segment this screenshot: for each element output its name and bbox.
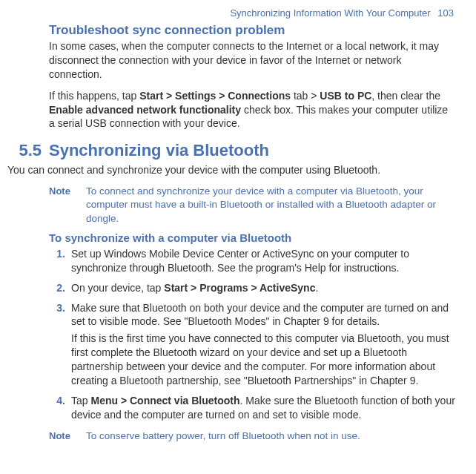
- troubleshoot-p2: If this happens, tap Start > Settings > …: [49, 89, 455, 131]
- header-title: Synchronizing Information With Your Comp…: [230, 7, 430, 19]
- text-fragment: tab >: [291, 90, 320, 102]
- steps-list: 1. Set up Windows Mobile Device Center o…: [49, 247, 455, 425]
- text-fragment: Tap: [71, 395, 90, 406]
- document-page: Synchronizing Information With Your Comp…: [0, 0, 476, 455]
- step-text: On your device, tap Start > Programs > A…: [71, 281, 455, 295]
- step-text: Tap Menu > Connect via Bluetooth. Make s…: [71, 394, 455, 422]
- list-item: 2. On your device, tap Start > Programs …: [49, 281, 455, 298]
- step-number: 4.: [49, 394, 65, 425]
- step-number: 2.: [49, 281, 65, 298]
- running-header: Synchronizing Information With Your Comp…: [7, 7, 455, 19]
- step-text: Make sure that Bluetooth on both your de…: [71, 301, 455, 329]
- section-number: 5.5: [7, 141, 42, 160]
- text-fragment: .: [315, 282, 318, 294]
- ui-path: Start > Programs > ActiveSync: [164, 282, 315, 294]
- page-number: 103: [437, 7, 454, 19]
- step-body: Make sure that Bluetooth on both your de…: [71, 301, 455, 391]
- section-intro: You can connect and synchronize your dev…: [7, 163, 455, 177]
- note-block: Note To conserve battery power, turn off…: [49, 429, 455, 443]
- section-heading-row: 5.5 Synchronizing via Bluetooth: [7, 141, 455, 160]
- troubleshoot-p1: In some cases, when the computer connect…: [49, 39, 455, 82]
- text-fragment: If this happens, tap: [49, 90, 139, 102]
- procedure-heading: To synchronize with a computer via Bluet…: [49, 231, 455, 244]
- note-label: Note: [49, 429, 86, 443]
- note-label: Note: [49, 185, 86, 226]
- text-fragment: , then clear the: [371, 90, 440, 102]
- list-item: 1. Set up Windows Mobile Device Center o…: [49, 247, 455, 278]
- troubleshoot-section: Troubleshoot sync connection problem In …: [49, 23, 455, 131]
- note-text: To conserve battery power, turn off Blue…: [86, 429, 455, 443]
- step-number: 3.: [49, 301, 65, 391]
- troubleshoot-heading: Troubleshoot sync connection problem: [49, 23, 455, 38]
- ui-path: Start > Settings > Connections: [139, 90, 291, 102]
- note-text: To connect and synchronize your device w…: [86, 185, 455, 226]
- step-text: If this is the first time you have conne…: [71, 332, 455, 388]
- step-number: 1.: [49, 247, 65, 278]
- ui-path: USB to PC: [320, 90, 371, 102]
- text-fragment: On your device, tap: [71, 282, 164, 294]
- list-item: 4. Tap Menu > Connect via Bluetooth. Mak…: [49, 394, 455, 425]
- note-block: Note To connect and synchronize your dev…: [49, 185, 455, 226]
- ui-path: Menu > Connect via Bluetooth: [90, 395, 239, 406]
- step-body: Set up Windows Mobile Device Center or A…: [71, 247, 455, 278]
- step-body: On your device, tap Start > Programs > A…: [71, 281, 455, 298]
- step-body: Tap Menu > Connect via Bluetooth. Make s…: [71, 394, 455, 425]
- list-item: 3. Make sure that Bluetooth on both your…: [49, 301, 455, 391]
- ui-path: Enable advanced network functionality: [49, 104, 241, 116]
- section-title: Synchronizing via Bluetooth: [49, 141, 269, 160]
- step-text: Set up Windows Mobile Device Center or A…: [71, 247, 455, 275]
